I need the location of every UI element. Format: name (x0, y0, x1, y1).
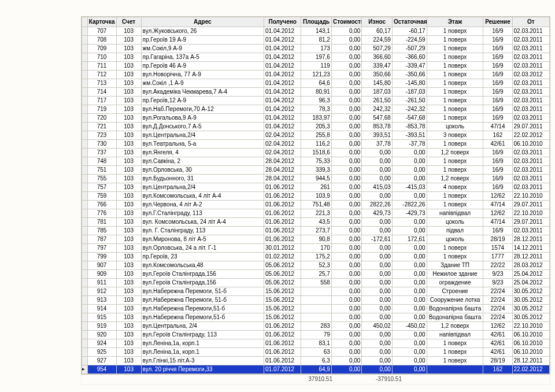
cell-poluch[interactable]: 01.04.2012 (264, 114, 301, 123)
cell-ostat[interactable]: -507,29 (392, 45, 427, 53)
table-row[interactable]: 913103вул.Набережна Перемоги, 51-б15.06.… (82, 296, 550, 305)
cell-poluch[interactable]: 01.04.2012 (264, 27, 301, 36)
cell-poluch[interactable]: 01.06.2012 (264, 201, 301, 209)
cell-schet[interactable]: 103 (116, 140, 141, 149)
cell-ot[interactable]: 28.12.2011 (512, 357, 550, 365)
cell-stoim[interactable]: 0,00 (331, 209, 362, 218)
col-poluch[interactable]: Получено (264, 17, 301, 27)
cell-stoim[interactable]: 0,00 (331, 88, 362, 97)
cell-etazh[interactable]: підвал (427, 227, 483, 235)
cell-resh[interactable]: 16/9 (483, 53, 512, 62)
cell-plosh[interactable]: 175,2 (301, 253, 332, 261)
cell-stoim[interactable]: 0,00 (331, 235, 362, 244)
cell-schet[interactable]: 103 (116, 244, 141, 253)
cell-resh[interactable]: 16/9 (483, 227, 512, 235)
cell-stoim[interactable]: 0,00 (331, 218, 362, 227)
table-row[interactable]: 909103вул.Героїв Сталінграда,15605.06.20… (82, 270, 550, 279)
cell-stoim[interactable]: 0,00 (331, 339, 362, 348)
cell-ot[interactable]: 29.07.2011 (512, 201, 550, 209)
cell-schet[interactable]: 103 (116, 114, 141, 123)
cell-adres[interactable]: вул.Глінкі,15 літ.А-3 (141, 357, 264, 365)
cell-ot[interactable]: 25.04.2012 (512, 279, 550, 287)
cell-ostat[interactable]: 0,00 (392, 270, 427, 279)
cell-kart[interactable]: 912 (87, 287, 116, 296)
cell-etazh[interactable]: 1 поверх (427, 140, 483, 149)
cell-resh[interactable]: 16/9 (483, 62, 512, 71)
col-ot[interactable]: От (512, 17, 550, 27)
cell-plosh[interactable]: 558 (301, 279, 332, 287)
cell-etazh[interactable]: напівпідвал (427, 331, 483, 339)
cell-kart[interactable]: 717 (87, 97, 116, 105)
cell-adres[interactable]: вул.Рогальова,9 А-9 (141, 114, 264, 123)
cell-ostat[interactable]: 0,00 (392, 175, 427, 183)
cell-ot[interactable]: 25.04.2012 (512, 270, 550, 279)
cell-ostat[interactable]: 0,00 (392, 296, 427, 305)
cell-resh[interactable]: 16/9 (483, 71, 512, 79)
cell-stoim[interactable]: 0,00 (331, 157, 362, 166)
cell-stoim[interactable]: 0,00 (331, 27, 362, 36)
cell-poluch[interactable]: 01.04.2012 (264, 97, 301, 105)
cell-ot[interactable]: 22.10.2010 (512, 209, 550, 218)
cell-plosh[interactable] (301, 305, 332, 313)
cell-kart[interactable]: 720 (87, 114, 116, 123)
cell-poluch[interactable]: 01.04.2012 (264, 45, 301, 53)
cell-poluch[interactable]: 15.06.2012 (264, 313, 301, 322)
cell-etazh[interactable]: 1 поверх (427, 244, 483, 253)
col-ostat[interactable]: Остаточная (392, 17, 427, 27)
cell-stoim[interactable]: 0,00 (331, 183, 362, 192)
cell-kart[interactable]: 707 (87, 27, 116, 36)
cell-poluch[interactable]: 30.01.2012 (264, 244, 301, 253)
cell-poluch[interactable]: 01.02.2012 (264, 253, 301, 261)
cell-resh[interactable]: 16/9 (483, 36, 512, 45)
cell-adres[interactable]: вул.Жуковського, 26 (141, 27, 264, 36)
cell-iznos[interactable]: 0,00 (362, 287, 393, 296)
cell-resh[interactable]: 47/14 (483, 201, 512, 209)
cell-stoim[interactable]: 0,00 (331, 105, 362, 114)
cell-etazh[interactable]: 1 поверх (427, 166, 483, 175)
cell-plosh[interactable]: 116,2 (301, 140, 332, 149)
cell-etazh[interactable]: 1 поверх (427, 27, 483, 36)
cell-poluch[interactable]: 01.06.2012 (264, 183, 301, 192)
cell-schet[interactable]: 103 (116, 157, 141, 166)
cell-iznos[interactable]: 339,47 (362, 62, 393, 71)
cell-adres[interactable]: вул.Янгеля, 4 (141, 149, 264, 157)
cell-ot[interactable]: 02.03.2011 (512, 114, 550, 123)
data-grid[interactable]: Карточка Счет Адрес Получено Площадь Сто… (81, 16, 550, 375)
cell-etazh[interactable]: Водонапірна башта (427, 305, 483, 313)
cell-ot[interactable]: 30.05.2012 (512, 287, 550, 296)
cell-stoim[interactable]: 0,00 (331, 192, 362, 201)
cell-kart[interactable]: 721 (87, 123, 116, 131)
cell-ot[interactable]: 22.10.2010 (512, 322, 550, 331)
col-resh[interactable]: Решение (483, 17, 512, 27)
cell-ostat[interactable]: 0,00 (392, 166, 427, 175)
table-row[interactable]: 748103вул.Савкіна, 228.04.201275,330,000… (82, 157, 550, 166)
cell-etazh[interactable]: 1 поверх (427, 45, 483, 53)
cell-kart[interactable]: 909 (87, 270, 116, 279)
cell-ostat[interactable]: -339,47 (392, 62, 427, 71)
table-row[interactable]: 737103вул.Янгеля, 402.04.20121518,60,000… (82, 149, 550, 157)
cell-poluch[interactable]: 01.07.2012 (264, 365, 301, 374)
cell-resh[interactable]: 16/9 (483, 79, 512, 88)
cell-etazh[interactable]: 1,2 поверх (427, 175, 483, 183)
cell-resh[interactable]: 16/9 (483, 175, 512, 183)
table-row[interactable]: 717103пр.Героїв,12 А-901.04.201296,30,00… (82, 97, 550, 105)
cell-plosh[interactable]: 339,3 (301, 166, 332, 175)
cell-stoim[interactable]: 0,00 (331, 253, 362, 261)
cell-plosh[interactable]: 143,1 (301, 27, 332, 36)
cell-ostat[interactable]: 0,00 (392, 218, 427, 227)
cell-etazh[interactable]: цоколь (427, 123, 483, 131)
cell-iznos[interactable]: 0,00 (362, 253, 393, 261)
cell-etazh[interactable]: 1,2 поверх (427, 322, 483, 331)
cell-poluch[interactable]: 02.04.2012 (264, 131, 301, 140)
cell-stoim[interactable]: 0,00 (331, 305, 362, 313)
cell-iznos[interactable]: 0,00 (362, 348, 393, 357)
cell-plosh[interactable]: 103,9 (301, 192, 332, 201)
cell-stoim[interactable]: 0,00 (331, 279, 362, 287)
cell-ostat[interactable]: -224,59 (392, 36, 427, 45)
cell-schet[interactable]: 103 (116, 27, 141, 36)
cell-resh[interactable]: 16/9 (483, 157, 512, 166)
cell-poluch[interactable]: 05.06.2012 (264, 261, 301, 270)
cell-plosh[interactable]: 173 (301, 45, 332, 53)
cell-resh[interactable]: 42/61 (483, 339, 512, 348)
cell-poluch[interactable]: 01.06.2012 (264, 227, 301, 235)
